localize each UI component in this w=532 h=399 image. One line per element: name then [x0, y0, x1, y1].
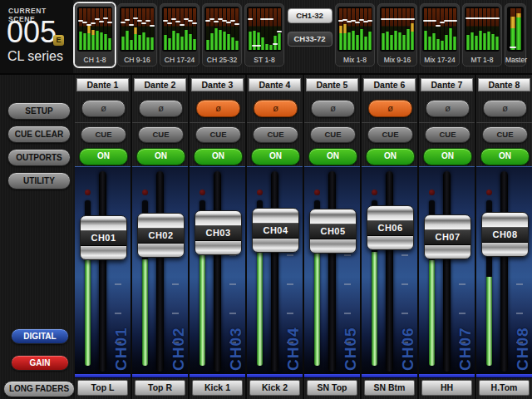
bridge-meter-fill — [339, 33, 342, 50]
cue-button[interactable]: CUE — [195, 126, 241, 143]
meter-bank-ch-1-8[interactable]: CH 1-8 — [75, 3, 115, 66]
fader-track[interactable] — [214, 171, 221, 372]
bridge-meter-fill — [138, 35, 141, 50]
on-button[interactable]: ON — [194, 148, 243, 165]
bridge-meter-fill — [126, 31, 129, 50]
phase-button[interactable]: ø — [426, 100, 470, 117]
fader-track[interactable] — [328, 171, 336, 372]
bridge-meter-fill — [265, 44, 268, 50]
fader-knob-label: CH03 — [195, 225, 241, 241]
mode-button-gain[interactable]: GAIN — [11, 355, 69, 371]
bridge-meter — [231, 8, 234, 50]
on-button[interactable]: ON — [423, 148, 472, 165]
phase-button[interactable]: ø — [254, 100, 298, 117]
bridge-meter-fill — [210, 33, 214, 50]
fader-knob[interactable]: CH06 — [367, 205, 414, 250]
on-button[interactable]: ON — [308, 148, 357, 165]
cue-button[interactable]: CUE — [425, 126, 470, 143]
on-button[interactable]: ON — [79, 148, 128, 165]
on-button[interactable]: ON — [251, 148, 300, 165]
fader-knob[interactable]: CH04 — [252, 208, 299, 253]
peak-indicator — [372, 190, 377, 195]
bridge-meter-fill — [382, 33, 385, 50]
meter-panel — [162, 7, 197, 52]
sidebar-button-cue-clear[interactable]: CUE CLEAR — [7, 126, 71, 143]
fader-track[interactable] — [271, 171, 278, 372]
meter-panel — [77, 7, 112, 52]
phase-button[interactable]: ø — [81, 100, 126, 117]
bridge-meter — [470, 8, 474, 50]
channel-name[interactable]: Top R — [135, 380, 185, 396]
channel-name[interactable]: Top L — [77, 380, 128, 396]
bridge-meter-fill — [445, 35, 448, 50]
scene-info[interactable]: CURRENT SCENE 005 E CL series — [0, 0, 73, 73]
channel-name[interactable]: SN Btm — [364, 380, 415, 396]
on-button[interactable]: ON — [366, 148, 415, 165]
cue-button[interactable]: CUE — [367, 126, 413, 143]
fader-scale-tick — [344, 283, 351, 285]
fader-knob[interactable]: CH01 — [80, 215, 127, 260]
mode-button-digital[interactable]: DIGITAL — [11, 328, 69, 344]
cue-button[interactable]: CUE — [138, 126, 184, 143]
vertical-channel-label: CH02 — [170, 304, 186, 371]
mode-button-long-faders[interactable]: LONG FADERS — [3, 381, 75, 397]
bridge-meter-fill — [130, 40, 133, 50]
channel-strip-ch07: Dante 7 ø CUE ON CH07 CH07 HH — [419, 75, 475, 399]
fader-knob[interactable]: CH07 — [424, 214, 471, 259]
channel-name[interactable]: SN Top — [307, 380, 357, 396]
meter-bank-mix-9-16[interactable]: Mix 9-16 — [377, 3, 417, 66]
fader-knob[interactable]: CH02 — [137, 213, 185, 258]
channel-strip-ch02: Dante 2 ø CUE ON CH02 CH02 Top R — [132, 75, 188, 399]
fader-knob[interactable]: CH08 — [481, 212, 529, 257]
vertical-channel-label: CH03 — [227, 304, 244, 371]
channel-name[interactable]: Kick 1 — [192, 380, 243, 396]
channel-name[interactable]: H.Tom — [479, 380, 530, 396]
bridge-meter-fill — [360, 29, 363, 50]
bank-button-ch33-72[interactable]: CH33-72 — [288, 32, 332, 47]
sidebar-button-outports[interactable]: OUTPORTS — [7, 149, 71, 166]
phase-button[interactable]: ø — [368, 100, 412, 117]
channel-name[interactable]: HH — [421, 380, 472, 396]
phase-button[interactable]: ø — [196, 100, 240, 117]
meter-bank-st-1-8[interactable]: ST 1-8 — [244, 3, 284, 66]
fader-knob[interactable]: CH03 — [195, 210, 242, 255]
meter-bank-mix-1-8[interactable]: Mix 1-8 — [335, 3, 375, 66]
cue-button[interactable]: CUE — [253, 126, 298, 143]
phase-button[interactable]: ø — [483, 100, 527, 117]
bridge-meter-yellow — [510, 17, 515, 28]
on-button[interactable]: ON — [480, 148, 530, 165]
meter-bank-ch-25-32[interactable]: CH 25-32 — [202, 3, 242, 66]
cue-button[interactable]: CUE — [81, 126, 126, 143]
channel-name[interactable]: Kick 2 — [249, 380, 300, 396]
on-button[interactable]: ON — [136, 148, 185, 165]
fader-position-dash — [510, 47, 516, 48]
meter-bank-mt-1-8[interactable]: MT 1-8 — [462, 3, 502, 66]
port-label: Dante 4 — [249, 78, 301, 91]
fader-knob[interactable]: CH05 — [309, 209, 357, 254]
sidebar-button-utility[interactable]: UTILITY — [7, 172, 71, 190]
bridge-meter — [223, 8, 226, 50]
bank-button-ch1-32[interactable]: CH1-32 — [288, 8, 332, 23]
fader-track[interactable] — [156, 171, 164, 372]
meter-bank-ch-9-16[interactable]: CH 9-16 — [117, 3, 157, 66]
phase-button[interactable]: ø — [139, 100, 183, 117]
sidebar-button-setup[interactable]: SETUP — [7, 102, 71, 120]
bridge-meter-fill — [227, 34, 230, 50]
cue-button[interactable]: CUE — [310, 126, 356, 143]
fader-track[interactable] — [99, 171, 106, 372]
fader-track[interactable] — [386, 171, 393, 372]
fader-track[interactable] — [443, 171, 451, 372]
channel-color-bar — [190, 374, 245, 377]
bridge-meter-fill — [121, 37, 125, 50]
phase-button[interactable]: ø — [311, 100, 355, 117]
cue-button[interactable]: CUE — [482, 126, 528, 143]
bridge-meter — [104, 8, 107, 50]
vertical-channel-label: CH08 — [514, 304, 530, 371]
meter-bank-master[interactable]: Master — [505, 3, 526, 66]
meter-bank-mix-17-24[interactable]: Mix 17-24 — [420, 3, 460, 66]
meter-bank-ch-17-24[interactable]: CH 17-24 — [160, 3, 200, 66]
fader-knob-label: CH04 — [253, 223, 298, 239]
fader-scale-tick — [401, 254, 408, 256]
meter-bank-label: CH 1-8 — [76, 56, 114, 64]
fader-track[interactable] — [500, 171, 508, 372]
